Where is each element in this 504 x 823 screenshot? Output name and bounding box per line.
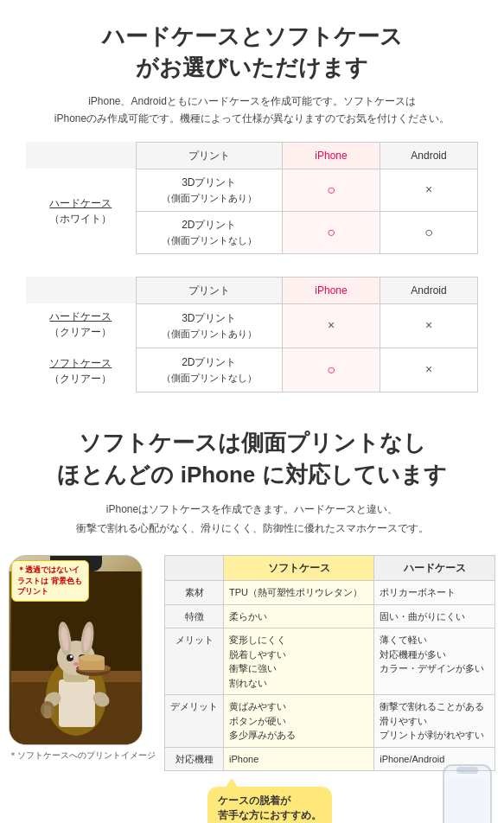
second-title: ソフトケースは側面プリントなし ほとんどの iPhone に対応しています bbox=[17, 427, 487, 492]
compare-label-material: 素材 bbox=[165, 581, 224, 605]
compare-soft-device: iPhone bbox=[224, 747, 374, 771]
clear-phone-icon bbox=[439, 763, 495, 823]
table-row: ハードケース（クリアー） ソフトケース（クリアー） 3Dプリント（側面プリントあ… bbox=[26, 303, 478, 348]
compare-row-material: 素材 TPU（熱可塑性ポリウレタン） ポリカーボネート bbox=[165, 581, 495, 605]
main-title: ハードケースとソフトケース がお選びいただけます bbox=[17, 21, 487, 84]
compare-soft-material: TPU（熱可塑性ポリウレタン） bbox=[224, 581, 374, 605]
speech-bubble-wrap: ケースの脱着が 苦手な方におすすめ。 bbox=[207, 787, 332, 823]
bottom-area: ＊透過ではないイラストは 背景色もプリント ＊ソフトケースへのプリントイメージ … bbox=[0, 546, 504, 823]
svg-point-15 bbox=[73, 662, 79, 666]
compare-hard-header: ハードケース bbox=[374, 556, 495, 581]
compare-row-merit: メリット 変形しにくく脱着しやすい衝撃に強い割れない 薄くて軽い対応機種が多いカ… bbox=[165, 628, 495, 695]
table1-corner bbox=[26, 142, 136, 169]
compare-hard-merit: 薄くて軽い対応機種が多いカラー・デザインが多い bbox=[374, 628, 495, 695]
table2-print-2d: 2Dプリント（側面プリントなし） bbox=[136, 348, 282, 392]
svg-point-23 bbox=[79, 654, 105, 661]
compare-soft-demerit: 黄ばみやすいボタンが硬い多少厚みがある bbox=[224, 695, 374, 748]
svg-rect-26 bbox=[448, 779, 487, 823]
compare-table-wrap: ソフトケース ハードケース 素材 TPU（熱可塑性ポリウレタン） ポリカーボネー… bbox=[164, 555, 495, 823]
table1-col-iphone: iPhone bbox=[283, 142, 380, 169]
compare-row-feature: 特徴 柔らかい 固い・曲がりにくい bbox=[165, 604, 495, 628]
table2-print-3d: 3Dプリント（側面プリントあり） bbox=[136, 303, 282, 348]
table-row: ハードケース（ホワイト） 3Dプリント（側面プリントあり） ○ × bbox=[26, 169, 478, 211]
table1-print-2d: 2Dプリント（側面プリントなし） bbox=[136, 211, 282, 253]
compare-soft-feature: 柔らかい bbox=[224, 604, 374, 628]
table1-label: ハードケース（ホワイト） bbox=[26, 169, 136, 253]
svg-rect-19 bbox=[44, 705, 51, 718]
table2-col-print: プリント bbox=[136, 277, 282, 303]
compare-table: ソフトケース ハードケース 素材 TPU（熱可塑性ポリウレタン） ポリカーボネー… bbox=[164, 555, 495, 771]
table1-android-3d: × bbox=[380, 169, 478, 211]
table2-android-3d: × bbox=[380, 303, 478, 348]
table2-col-android: Android bbox=[380, 277, 478, 303]
table2-iphone-2d: ○ bbox=[283, 348, 380, 392]
table1-android-2d: ○ bbox=[380, 211, 478, 253]
bottom-label: ＊ソフトケースへのプリントイメージ bbox=[9, 750, 156, 762]
table2-label-hard: ハードケース（クリアー） ソフトケース（クリアー） bbox=[26, 303, 136, 392]
table2-col-iphone: iPhone bbox=[283, 277, 380, 303]
phone-image-area: ＊透過ではないイラストは 背景色もプリント ＊ソフトケースへのプリントイメージ bbox=[9, 555, 156, 823]
second-subtitle: iPhoneはソフトケースを作成できます。ハードケースと違い、 衝撃で割れる心配… bbox=[17, 501, 487, 538]
table1-container: プリント iPhone Android ハードケース（ホワイト） 3Dプリント（… bbox=[0, 142, 504, 410]
clear-phone-area bbox=[439, 763, 495, 823]
compare-label-merit: メリット bbox=[165, 628, 224, 695]
top-section: ハードケースとソフトケース がお選びいただけます iPhone、Androidと… bbox=[0, 0, 504, 142]
svg-rect-25 bbox=[456, 767, 478, 774]
table2: プリント iPhone Android ハードケース（クリアー） ソフトケース（… bbox=[26, 277, 478, 392]
speech-area: ケースの脱着が 苦手な方におすすめ。 bbox=[164, 780, 495, 823]
table1-print-3d: 3Dプリント（側面プリントあり） bbox=[136, 169, 282, 211]
compare-label-device: 対応機種 bbox=[165, 747, 224, 771]
compare-row-demerit: デメリット 黄ばみやすいボタンが硬い多少厚みがある 衝撃で割れることがある滑りや… bbox=[165, 695, 495, 748]
table1-col-print: プリント bbox=[136, 142, 282, 169]
annotation-bubble: ＊透過ではないイラストは 背景色もプリント bbox=[11, 560, 89, 602]
top-subtitle: iPhone、Androidともにハードケースを作成可能です。ソフトケースは i… bbox=[17, 93, 487, 128]
compare-soft-merit: 変形しにくく脱着しやすい衝撃に強い割れない bbox=[224, 628, 374, 695]
compare-corner bbox=[165, 556, 224, 581]
table2-iphone-3d: × bbox=[283, 303, 380, 348]
svg-rect-4 bbox=[59, 679, 95, 727]
compare-hard-feature: 固い・曲がりにくい bbox=[374, 604, 495, 628]
compare-label-demerit: デメリット bbox=[165, 695, 224, 748]
svg-point-13 bbox=[70, 655, 73, 658]
speech-bubble: ケースの脱着が 苦手な方におすすめ。 bbox=[207, 787, 332, 823]
compare-soft-header: ソフトケース bbox=[224, 556, 374, 581]
table1-iphone-2d: ○ bbox=[283, 211, 380, 253]
table1-iphone-3d: ○ bbox=[283, 169, 380, 211]
compare-hard-material: ポリカーボネート bbox=[374, 581, 495, 605]
compare-hard-demerit: 衝撃で割れることがある滑りやすいプリントが剥がれやすい bbox=[374, 695, 495, 748]
svg-point-11 bbox=[67, 654, 73, 661]
bottom-content: ＊透過ではないイラストは 背景色もプリント ＊ソフトケースへのプリントイメージ … bbox=[0, 546, 504, 823]
second-section: ソフトケースは側面プリントなし ほとんどの iPhone に対応しています iP… bbox=[0, 410, 504, 547]
table1: プリント iPhone Android ハードケース（ホワイト） 3Dプリント（… bbox=[26, 142, 478, 254]
phone-mockup: ＊透過ではないイラストは 背景色もプリント bbox=[9, 555, 143, 745]
table1-col-android: Android bbox=[380, 142, 478, 169]
compare-label-feature: 特徴 bbox=[165, 604, 224, 628]
table2-corner bbox=[26, 277, 136, 303]
table2-android-2d: × bbox=[380, 348, 478, 392]
